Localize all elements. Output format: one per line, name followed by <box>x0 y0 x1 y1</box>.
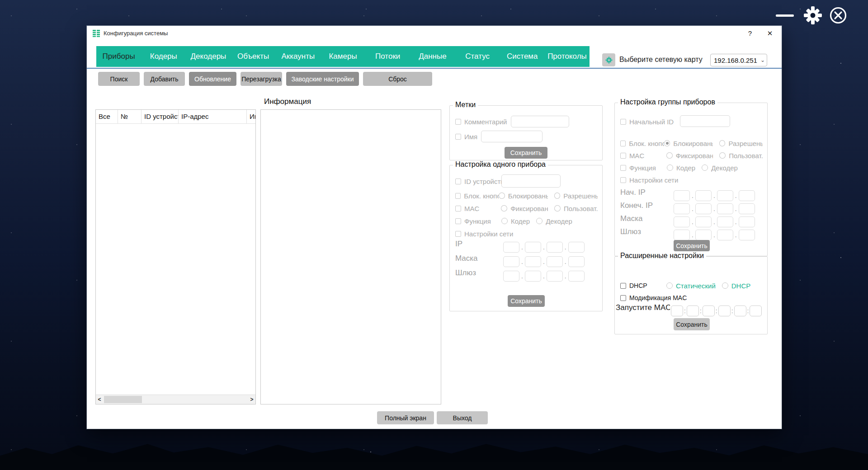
advanced-save-button[interactable]: Сохранить <box>674 318 710 330</box>
group-decoder-radio[interactable] <box>702 164 708 171</box>
minimize-icon[interactable] <box>776 14 794 17</box>
dhcp-checkbox[interactable] <box>620 283 626 289</box>
group-mac-checkbox[interactable] <box>620 153 626 159</box>
tab-protocols[interactable]: Протоколы <box>545 52 590 61</box>
fullscreen-button[interactable]: Полный экран <box>377 411 434 424</box>
mac-byte-input[interactable] <box>671 306 683 316</box>
scroll-left-arrow[interactable]: < <box>96 395 103 404</box>
group-gateway-octet-input[interactable] <box>739 230 755 240</box>
name-checkbox[interactable] <box>455 134 461 140</box>
group-mac-fixed-radio[interactable] <box>666 152 673 159</box>
search-button[interactable]: Поиск <box>98 72 140 86</box>
column-header-all[interactable]: Все <box>96 110 118 123</box>
scrollbar-thumb[interactable] <box>104 396 142 403</box>
add-button[interactable]: Добавить <box>144 72 185 86</box>
network-card-select[interactable]: 192.168.0.251 ⌄ <box>710 54 767 66</box>
tab-streams[interactable]: Потоки <box>365 52 410 61</box>
mask-octet-input[interactable] <box>547 256 563 267</box>
keys-allowed-radio[interactable] <box>554 193 560 199</box>
gateway-octet-input[interactable] <box>525 271 541 282</box>
mac-user-radio[interactable] <box>554 205 561 212</box>
group-network-settings-checkbox[interactable] <box>620 177 626 183</box>
update-button[interactable]: Обновление <box>189 72 236 86</box>
mac-byte-input[interactable] <box>703 306 715 316</box>
group-mac-user-radio[interactable] <box>719 152 726 159</box>
scroll-right-arrow[interactable]: > <box>248 395 255 404</box>
function-checkbox[interactable] <box>455 218 461 224</box>
comment-checkbox[interactable] <box>455 119 461 125</box>
group-mask-octet-input[interactable] <box>739 216 755 227</box>
start-ip-octet-input[interactable] <box>739 190 755 201</box>
group-gateway-octet-input[interactable] <box>674 230 690 240</box>
tab-system[interactable]: Система <box>500 52 545 61</box>
gateway-octet-input[interactable] <box>503 271 519 282</box>
end-ip-octet-input[interactable] <box>674 203 690 214</box>
window-close-button[interactable]: ✕ <box>763 28 777 39</box>
encoder-radio[interactable] <box>501 218 508 224</box>
close-circle-icon[interactable] <box>829 6 847 26</box>
gateway-octet-input[interactable] <box>547 271 563 282</box>
mac-byte-input[interactable] <box>687 306 699 316</box>
ip-octet-input[interactable] <box>568 242 585 253</box>
mac-fixed-radio[interactable] <box>501 205 507 212</box>
group-keys-locked-radio[interactable] <box>664 140 670 146</box>
keys-locked-radio[interactable] <box>499 193 505 199</box>
network-settings-checkbox[interactable] <box>455 231 461 237</box>
mask-octet-input[interactable] <box>568 256 585 267</box>
start-ip-octet-input[interactable] <box>717 190 733 201</box>
gateway-octet-input[interactable] <box>568 271 585 282</box>
decoder-radio[interactable] <box>536 218 542 224</box>
column-header-number[interactable]: № <box>118 110 142 123</box>
ip-octet-input[interactable] <box>547 242 563 253</box>
network-settings-button[interactable] <box>602 53 615 66</box>
device-id-input[interactable] <box>501 174 561 188</box>
dhcp-mode-radio[interactable] <box>722 282 728 289</box>
column-header-device-id[interactable]: ID устройства <box>142 110 179 123</box>
group-gateway-octet-input[interactable] <box>717 230 733 240</box>
tab-data[interactable]: Данные <box>410 52 455 61</box>
mac-byte-input[interactable] <box>718 306 731 316</box>
help-button[interactable]: ? <box>743 28 757 39</box>
group-mask-octet-input[interactable] <box>674 216 690 227</box>
mac-modification-checkbox[interactable] <box>620 295 626 301</box>
group-mask-octet-input[interactable] <box>695 216 712 227</box>
gear-icon[interactable] <box>803 5 823 27</box>
start-id-input[interactable] <box>680 115 730 127</box>
single-device-save-button[interactable]: Сохранить <box>508 295 545 307</box>
start-id-checkbox[interactable] <box>620 119 626 125</box>
mask-octet-input[interactable] <box>503 256 519 267</box>
tab-devices[interactable]: Приборы <box>96 52 141 61</box>
end-ip-octet-input[interactable] <box>717 203 733 214</box>
mac-byte-input[interactable] <box>750 306 762 316</box>
name-input[interactable] <box>481 131 542 142</box>
group-gateway-octet-input[interactable] <box>695 230 712 240</box>
ip-octet-input[interactable] <box>525 242 541 253</box>
keys-lock-checkbox[interactable] <box>455 193 461 199</box>
horizontal-scrollbar[interactable]: < > <box>96 395 255 404</box>
tab-cameras[interactable]: Камеры <box>321 52 365 61</box>
end-ip-octet-input[interactable] <box>695 203 712 214</box>
group-encoder-radio[interactable] <box>667 164 673 171</box>
start-ip-octet-input[interactable] <box>695 190 712 201</box>
device-id-checkbox[interactable] <box>455 179 461 184</box>
start-ip-octet-input[interactable] <box>674 190 690 201</box>
mask-octet-input[interactable] <box>525 256 541 267</box>
column-header-ip[interactable]: IP-адрес <box>179 110 247 123</box>
factory-reset-button[interactable]: Заводские настройки <box>286 72 359 86</box>
group-keys-lock-checkbox[interactable] <box>620 141 626 146</box>
tab-status[interactable]: Статус <box>455 52 500 61</box>
mac-checkbox[interactable] <box>455 206 461 212</box>
column-header-name[interactable]: Имя <box>247 110 255 123</box>
comment-input[interactable] <box>511 116 569 127</box>
labels-save-button[interactable]: Сохранить <box>505 147 547 159</box>
reboot-button[interactable]: Перезагрузка <box>241 72 282 86</box>
group-mask-octet-input[interactable] <box>717 216 733 227</box>
mac-byte-input[interactable] <box>734 306 746 316</box>
reset-button[interactable]: Сброс <box>363 72 432 86</box>
tab-encoders[interactable]: Кодеры <box>141 52 186 61</box>
tab-decoders[interactable]: Декодеры <box>186 52 231 61</box>
end-ip-octet-input[interactable] <box>739 203 755 214</box>
tab-objects[interactable]: Объекты <box>231 52 276 61</box>
group-devices-save-button[interactable]: Сохранить <box>674 240 710 251</box>
exit-button[interactable]: Выход <box>437 411 488 424</box>
